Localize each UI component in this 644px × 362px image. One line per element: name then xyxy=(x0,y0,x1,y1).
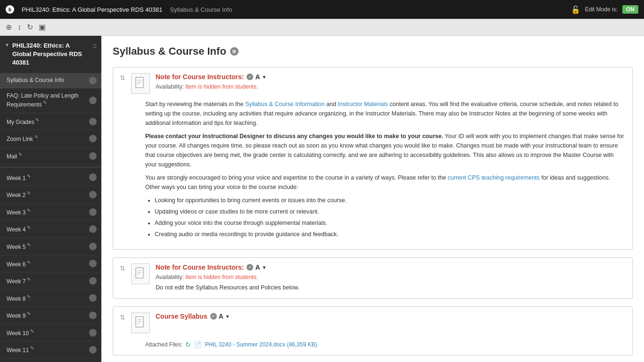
document-icon-3 xyxy=(135,316,146,329)
sidebar-item-text: Week 3 ✎ xyxy=(7,207,89,217)
sidebar-item-dot xyxy=(89,346,97,354)
file-name-link[interactable]: PHIL 3240 - Summer 2024.docx (46,359 KB) xyxy=(205,341,317,348)
undo-icon[interactable]: ↕ xyxy=(17,23,21,32)
block-1-title-icons: ✓ A ▼ xyxy=(247,73,266,81)
sidebar-item-week-7[interactable]: Week 7 ✎ xyxy=(0,272,101,290)
sidebar-item-dot xyxy=(89,135,97,142)
block-1-content: Note for Course Instructors: ✓ A ▼ Avail… xyxy=(156,73,626,94)
sidebar-item-week-12[interactable]: Week 12 ✎ xyxy=(0,359,101,362)
sidebar-item-my-grades[interactable]: My Grades ✎ xyxy=(0,113,101,131)
sidebar-item-dot xyxy=(89,152,97,160)
visibility-badge-1[interactable]: ✓ xyxy=(247,74,253,80)
sidebar-item-faq--late-policy-and-length-requirements[interactable]: FAQ: Late Policy and Length Requirements… xyxy=(0,89,101,113)
block-1-icon xyxy=(131,73,150,94)
sidebar-item-dot xyxy=(89,312,97,319)
block-1-header: ⇅ Note for Course Instructors: ✓ A xyxy=(113,67,632,99)
sidebar-item-text: My Grades ✎ xyxy=(7,117,89,126)
block-3-title-text: Course Syllabus xyxy=(156,313,207,320)
font-icon-3[interactable]: A xyxy=(219,313,223,320)
block-2-hidden-status: Item is hidden from students. xyxy=(185,274,258,280)
page-title-text: Syllabus & Course Info xyxy=(113,45,226,58)
toolbar: ⊕ ↕ ↻ ▣ xyxy=(0,19,644,36)
sidebar-divider xyxy=(0,167,101,167)
app-logo: b xyxy=(6,5,14,14)
page-settings-icon[interactable]: ⚙ xyxy=(230,47,239,56)
sidebar-item-week-8[interactable]: Week 8 ✎ xyxy=(0,290,101,307)
sidebar-item-syllabus---course-info[interactable]: Syllabus & Course Info xyxy=(0,73,101,89)
sidebar-item-right xyxy=(89,77,97,84)
sidebar-course-name: PHIL3240: Ethics: A Global Perspective R… xyxy=(12,41,90,67)
file-refresh-icon: ↻ xyxy=(185,341,191,348)
sidebar-item-mail[interactable]: Mail ✎ xyxy=(0,148,101,165)
bullet-2: Updating videos or case studies to be mo… xyxy=(155,207,626,216)
sidebar-item-dot xyxy=(89,329,97,337)
top-bar: b PHIL3240: Ethics: A Global Perspective… xyxy=(0,0,644,19)
drag-handle-icon-3[interactable]: ⇅ xyxy=(120,313,125,321)
block-3-title-icons: ✓ A ▼ xyxy=(210,313,230,320)
block-3-title: Course Syllabus ✓ A ▼ xyxy=(156,313,626,320)
edit-mode-toggle[interactable]: ON xyxy=(622,5,638,14)
home-icon[interactable]: ⌂ xyxy=(93,41,97,49)
attached-files-label: Attached Files: xyxy=(145,341,182,348)
block-1-body: Start by reviewing the materials in the … xyxy=(113,99,632,249)
file-doc-icon: 📄 xyxy=(194,341,202,348)
sidebar-item-zoom-link[interactable]: Zoom Link ✎ xyxy=(0,130,101,148)
sidebar-item-week-10[interactable]: Week 10 ✎ xyxy=(0,324,101,342)
block-1-availability: Availability: Item is hidden from studen… xyxy=(156,83,626,90)
sidebar-item-text: Week 1 ✎ xyxy=(7,173,89,182)
bb-logo-icon: b xyxy=(6,5,14,14)
block-2-title-text: Note for Course Instructors: xyxy=(156,263,244,271)
sidebar-item-text: Zoom Link ✎ xyxy=(7,134,89,143)
breadcrumb-text: Syllabus & Course Info xyxy=(170,6,232,13)
visibility-badge-3[interactable]: ✓ xyxy=(210,313,217,320)
block-2-availability: Availability: Item is hidden from studen… xyxy=(156,274,626,280)
font-down-icon-3[interactable]: ▼ xyxy=(225,314,230,319)
sidebar-item-week-5[interactable]: Week 5 ✎ xyxy=(0,238,101,255)
drag-handle-icon[interactable]: ⇅ xyxy=(120,74,125,82)
content-block-2: ⇅ Note for Course Instructors: ✓ A xyxy=(113,257,633,299)
block-3-content: Course Syllabus ✓ A ▼ xyxy=(156,313,626,323)
content-block-3: ⇅ Course Syllabus ✓ A xyxy=(113,306,633,355)
font-icon-2[interactable]: A xyxy=(255,263,260,271)
sidebar-item-right xyxy=(89,312,97,319)
block-2-icon xyxy=(131,263,150,284)
sidebar-item-week-1[interactable]: Week 1 ✎ xyxy=(0,169,101,187)
sidebar-item-text: Week 10 ✎ xyxy=(7,328,89,337)
sidebar-item-text: Week 5 ✎ xyxy=(7,242,89,251)
block-2-title: Note for Course Instructors: ✓ A ▼ xyxy=(156,263,626,271)
sidebar-item-right xyxy=(89,152,97,160)
block-2-header: ⇅ Note for Course Instructors: ✓ A xyxy=(113,258,632,298)
bullet-4: Creating audio or media recordings to pr… xyxy=(155,230,626,239)
sidebar-item-right xyxy=(89,118,97,125)
sidebar-item-dot xyxy=(89,208,97,216)
sidebar-item-text: Week 4 ✎ xyxy=(7,224,89,234)
add-icon[interactable]: ⊕ xyxy=(6,23,12,32)
block-2-content: Note for Course Instructors: ✓ A ▼ Avail… xyxy=(156,263,626,293)
drag-handle-icon-2[interactable]: ⇅ xyxy=(120,264,125,272)
sidebar-item-dot xyxy=(89,277,97,285)
pages-icon[interactable]: ▣ xyxy=(39,23,46,32)
sidebar-item-text: FAQ: Late Policy and Length Requirements… xyxy=(7,92,89,109)
sidebar-item-week-6[interactable]: Week 6 ✎ xyxy=(0,255,101,273)
font-down-icon-2[interactable]: ▼ xyxy=(262,265,267,270)
sidebar-item-week-3[interactable]: Week 3 ✎ xyxy=(0,204,101,221)
font-icon-1[interactable]: A xyxy=(255,73,260,81)
sidebar-item-right xyxy=(89,225,97,233)
block-3-header: ⇅ Course Syllabus ✓ A xyxy=(113,307,632,339)
sidebar-item-dot xyxy=(89,225,97,233)
sidebar-item-text: Week 11 ✎ xyxy=(7,345,89,354)
refresh-icon[interactable]: ↻ xyxy=(27,23,33,32)
sidebar-item-dot xyxy=(89,243,97,250)
sidebar-item-week-11[interactable]: Week 11 ✎ xyxy=(0,341,101,359)
sidebar-item-right xyxy=(89,191,97,198)
block-1-para-1: Start by reviewing the materials in the … xyxy=(145,99,626,128)
sidebar-item-dot xyxy=(89,97,97,104)
attached-files-line: Attached Files: ↻ 📄 PHIL 3240 - Summer 2… xyxy=(113,339,632,348)
sidebar-item-week-4[interactable]: Week 4 ✎ xyxy=(0,221,101,238)
sidebar-course-title[interactable]: ▼ PHIL3240: Ethics: A Global Perspective… xyxy=(0,36,101,73)
visibility-badge-2[interactable]: ✓ xyxy=(247,264,253,271)
sidebar-item-week-9[interactable]: Week 9 ✎ xyxy=(0,307,101,324)
bullet-1: Looking for opportunities to bring curre… xyxy=(155,196,626,205)
sidebar-item-week-2[interactable]: Week 2 ✎ xyxy=(0,186,101,204)
font-down-icon-1[interactable]: ▼ xyxy=(262,74,267,80)
